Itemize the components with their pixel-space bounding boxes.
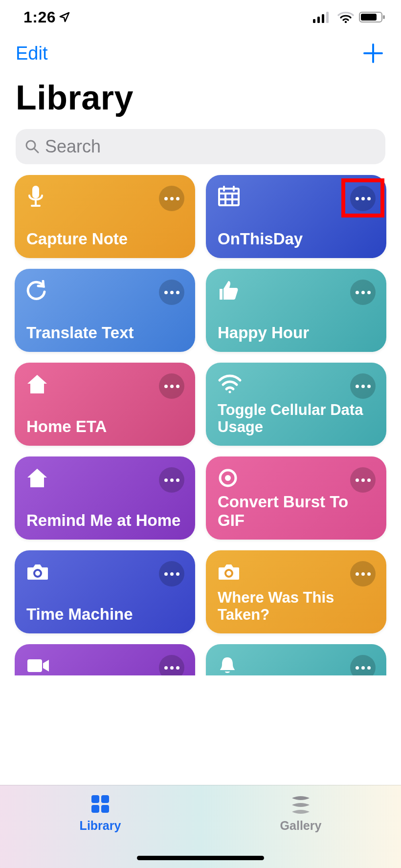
svg-rect-30	[91, 805, 99, 813]
more-button[interactable]	[350, 561, 376, 586]
more-button[interactable]	[159, 373, 184, 399]
search-container: Search	[16, 129, 385, 164]
svg-rect-6	[361, 14, 377, 21]
svg-rect-0	[313, 19, 315, 23]
page-title: Library	[0, 68, 401, 124]
svg-rect-7	[383, 15, 385, 19]
search-placeholder: Search	[45, 136, 101, 157]
shortcut-where-taken[interactable]: Where Was This Taken?	[206, 550, 386, 633]
more-button[interactable]	[159, 280, 184, 305]
shortcut-title: Convert Burst To GIF	[218, 493, 375, 530]
shortcut-grid: Capture Note OnThisDay	[0, 175, 401, 785]
edit-button[interactable]: Edit	[16, 43, 47, 64]
status-icons	[313, 11, 386, 23]
shortcut-toggle-cellular[interactable]: Toggle Cellular Data Usage	[206, 363, 386, 446]
shortcut-title: Home ETA	[26, 417, 183, 436]
status-time: 1:26	[23, 8, 56, 26]
tab-label: Gallery	[280, 819, 322, 833]
more-button[interactable]	[350, 280, 376, 305]
svg-rect-12	[32, 186, 39, 198]
shortcut-title: Time Machine	[26, 605, 183, 624]
shortcut-title: Capture Note	[26, 230, 183, 248]
library-tab-icon	[89, 792, 112, 816]
shortcut-happy-hour[interactable]: Happy Hour	[206, 269, 386, 352]
shortcut-partial-left[interactable]	[15, 644, 195, 675]
svg-point-24	[225, 475, 231, 481]
svg-rect-29	[101, 795, 109, 803]
shortcut-convert-burst[interactable]: Convert Burst To GIF	[206, 456, 386, 540]
more-button[interactable]	[159, 467, 184, 493]
more-button[interactable]	[350, 186, 376, 211]
home-indicator[interactable]	[137, 856, 264, 860]
more-button[interactable]	[159, 561, 184, 586]
nav-bar: Edit	[0, 34, 401, 68]
tab-label: Library	[80, 819, 121, 833]
svg-rect-1	[317, 17, 320, 23]
tab-gallery[interactable]: Gallery	[200, 792, 401, 856]
shortcut-title: Remind Me at Home	[26, 511, 183, 530]
svg-rect-15	[219, 189, 239, 205]
status-time-group: 1:26	[23, 8, 70, 26]
shortcut-onthisday[interactable]: OnThisDay	[206, 175, 386, 258]
battery-icon	[359, 11, 386, 23]
svg-point-22	[229, 391, 231, 393]
svg-rect-31	[101, 805, 109, 813]
svg-line-11	[34, 149, 38, 152]
cellular-icon	[313, 11, 333, 23]
shortcut-title: OnThisDay	[218, 230, 375, 248]
shortcut-capture-note[interactable]: Capture Note	[15, 175, 195, 258]
svg-rect-27	[27, 659, 42, 672]
svg-rect-3	[326, 12, 329, 23]
tab-library[interactable]: Library	[0, 792, 200, 856]
shortcut-title: Translate Text	[26, 324, 183, 342]
svg-point-4	[345, 21, 347, 23]
location-icon	[59, 11, 70, 23]
shortcut-time-machine[interactable]: Time Machine	[15, 550, 195, 633]
svg-rect-28	[91, 795, 99, 803]
search-icon	[24, 139, 40, 154]
shortcut-partial-right[interactable]	[206, 644, 386, 675]
search-input[interactable]: Search	[16, 129, 385, 164]
wifi-icon	[337, 11, 354, 23]
plus-icon	[362, 43, 384, 64]
more-button[interactable]	[350, 467, 376, 493]
more-button[interactable]	[159, 186, 184, 211]
shortcut-title: Where Was This Taken?	[218, 589, 375, 624]
shortcut-translate-text[interactable]: Translate Text	[15, 269, 195, 352]
shortcut-home-eta[interactable]: Home ETA	[15, 363, 195, 446]
more-button[interactable]	[350, 373, 376, 399]
status-bar: 1:26	[0, 0, 401, 34]
shortcut-title: Toggle Cellular Data Usage	[218, 401, 375, 436]
gallery-tab-icon	[288, 792, 313, 816]
shortcut-title: Happy Hour	[218, 324, 375, 342]
shortcut-remind-home[interactable]: Remind Me at Home	[15, 456, 195, 540]
svg-rect-2	[322, 14, 324, 23]
add-button[interactable]	[361, 41, 385, 65]
